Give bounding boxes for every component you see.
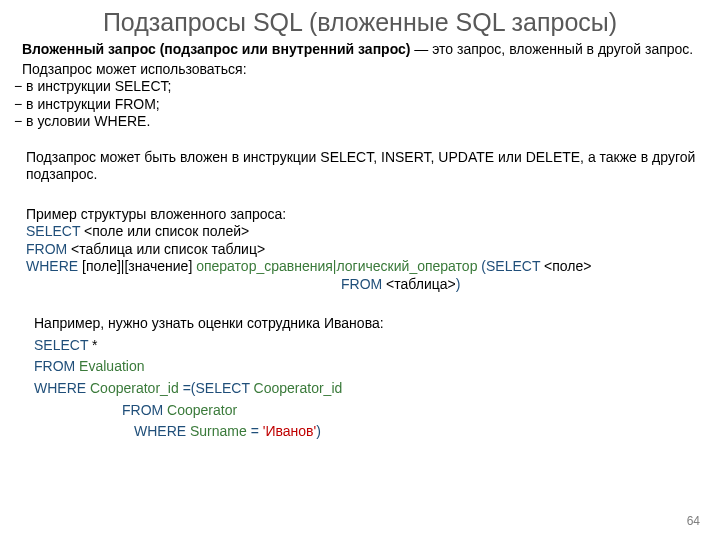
intro-text: Вложенный запрос (подзапрос или внутренн… bbox=[22, 41, 698, 59]
slide-content: Вложенный запрос (подзапрос или внутренн… bbox=[0, 41, 720, 443]
kw-from: FROM bbox=[34, 358, 79, 374]
bullet-item: − в инструкции FROM; bbox=[14, 96, 698, 114]
struct-line4: FROM <таблица>) bbox=[26, 276, 698, 294]
kw-select-inner: SELECT bbox=[195, 380, 253, 396]
nested-note: Подзапрос может быть вложен в инструкции… bbox=[22, 149, 698, 184]
struct-l3-open: ( bbox=[477, 258, 486, 274]
struct-l2-rest: <таблица или список таблиц> bbox=[67, 241, 265, 257]
ex2-line5: WHERE Surname = 'Иванов') bbox=[34, 421, 698, 443]
usage-bullets: − в инструкции SELECT; − в инструкции FR… bbox=[14, 78, 698, 131]
ex2-close: ) bbox=[316, 423, 321, 439]
intro-rest: — это запрос, вложенный в другой запрос. bbox=[410, 41, 693, 57]
struct-l3-field: <поле> bbox=[540, 258, 591, 274]
usage-label: Подзапрос может использоваться: bbox=[22, 61, 698, 79]
slide-title: Подзапросы SQL (вложенные SQL запросы) bbox=[0, 0, 720, 41]
struct-line3: WHERE [поле]|[значение] оператор_сравнен… bbox=[26, 258, 698, 276]
struct-l1-rest: <поле или список полей> bbox=[80, 223, 249, 239]
kw-where: WHERE bbox=[26, 258, 78, 274]
struct-l3-mid: [поле]|[значение] bbox=[78, 258, 196, 274]
ex2-value: 'Иванов' bbox=[263, 423, 316, 439]
ex2-col: Cooperator_id bbox=[90, 380, 183, 396]
struct-line1: SELECT <поле или список полей> bbox=[26, 223, 698, 241]
kw-where: WHERE bbox=[34, 380, 90, 396]
ex2-line1: SELECT * bbox=[34, 335, 698, 357]
kw-from-inner: FROM bbox=[341, 276, 382, 292]
kw-select: SELECT bbox=[34, 337, 88, 353]
ex2-tbl: Evaluation bbox=[79, 358, 144, 374]
kw-select-inner: SELECT bbox=[486, 258, 540, 274]
kw-from-inner: FROM bbox=[122, 402, 167, 418]
intro-bold: Вложенный запрос (подзапрос или внутренн… bbox=[22, 41, 410, 57]
ex2-eq2: = bbox=[251, 423, 263, 439]
ex2-line2: FROM Evaluation bbox=[34, 356, 698, 378]
kw-where-inner: WHERE bbox=[134, 423, 190, 439]
example2-label: Например, нужно узнать оценки сотрудника… bbox=[34, 313, 698, 335]
ex2-eq: =( bbox=[183, 380, 196, 396]
struct-l4-rest: <таблица> bbox=[382, 276, 455, 292]
struct-l4-close: ) bbox=[456, 276, 461, 292]
struct-l3-green: оператор_сравнения|логический_оператор bbox=[196, 258, 477, 274]
page-number: 64 bbox=[687, 514, 700, 528]
ex2-surname: Surname bbox=[190, 423, 251, 439]
kw-from: FROM bbox=[26, 241, 67, 257]
struct-label: Пример структуры вложенного запроса: bbox=[26, 206, 698, 224]
bullet-item: − в инструкции SELECT; bbox=[14, 78, 698, 96]
ex2-l1-rest: * bbox=[88, 337, 97, 353]
struct-line2: FROM <таблица или список таблиц> bbox=[26, 241, 698, 259]
ex2-line3: WHERE Cooperator_id =(SELECT Cooperator_… bbox=[34, 378, 698, 400]
bullet-item: − в условии WHERE. bbox=[14, 113, 698, 131]
concrete-example: Например, нужно узнать оценки сотрудника… bbox=[22, 313, 698, 443]
ex2-line4: FROM Cooperator bbox=[34, 400, 698, 422]
ex2-col2: Cooperator_id bbox=[254, 380, 343, 396]
ex2-tbl2: Cooperator bbox=[167, 402, 237, 418]
kw-select: SELECT bbox=[26, 223, 80, 239]
structure-example: Пример структуры вложенного запроса: SEL… bbox=[22, 206, 698, 294]
